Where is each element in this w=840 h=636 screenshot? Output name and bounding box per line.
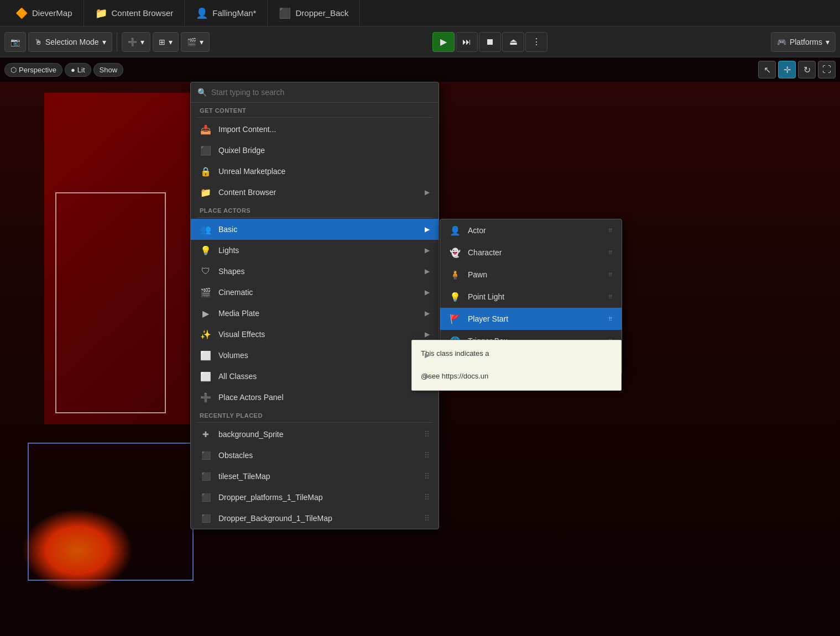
selection-icon: 🖱 [34, 38, 42, 46]
player-start-icon: 🚩 [449, 313, 461, 325]
actor-item[interactable]: 👤 Actor ⠿ [440, 219, 622, 241]
platforms-button[interactable]: 🎮 Platforms ▾ [771, 32, 836, 52]
show-button[interactable]: Show [93, 63, 124, 77]
actor-drag-handle: ⠿ [608, 228, 613, 234]
visual-effects-item[interactable]: ✨ Visual Effects ▶ [191, 324, 439, 345]
tooltip-box: This class indicates a @see https://docs… [411, 340, 622, 391]
player-start-label: Player Start [468, 314, 508, 323]
cinematic-button[interactable]: 🎬 ▾ [181, 32, 210, 52]
character-drag-handle: ⠿ [608, 250, 613, 256]
shapes-item[interactable]: 🛡 Shapes ▶ [191, 261, 439, 282]
add-icon: ➕ [128, 38, 137, 46]
cinematic-item[interactable]: 🎬 Cinematic ▶ [191, 282, 439, 303]
place-actors-panel-item[interactable]: ➕ Place Actors Panel [191, 387, 439, 408]
quixel-icon: ⬛ [200, 144, 212, 156]
basic-submenu: 👤 Actor ⠿ 👻 Character ⠿ 🧍 Pawn ⠿ [440, 219, 622, 375]
media-plate-icon: ▶ [200, 307, 212, 319]
dropper-background-label: Dropper_Background_1_TileMap [218, 514, 332, 523]
lit-label: Lit [77, 66, 85, 74]
dropper-platforms-item[interactable]: ⬛ Dropper_platforms_1_TileMap ⠿ [191, 487, 439, 508]
tab-falling-man-label: FallingMan* [212, 8, 256, 18]
volumes-item[interactable]: ⬜ Volumes ▶ [191, 345, 439, 366]
marketplace-icon: 🔒 [200, 165, 212, 177]
point-light-item[interactable]: 💡 Point Light ⠿ [440, 286, 622, 308]
search-box[interactable]: 🔍 [191, 82, 439, 103]
pawn-icon: 🧍 [449, 269, 461, 281]
step-button[interactable]: ⏭ [456, 32, 478, 52]
quixel-bridge-label: Quixel Bridge [218, 146, 265, 155]
shapes-label: Shapes [218, 267, 244, 276]
show-label: Show [100, 66, 118, 74]
place-actors-section-label: PLACE ACTORS [191, 203, 439, 216]
refresh-icon-button[interactable]: ↻ [798, 61, 816, 78]
dropper-background-icon: ⬛ [200, 512, 212, 524]
pawn-label: Pawn [468, 270, 487, 279]
lights-item[interactable]: 💡 Lights ▶ [191, 240, 439, 261]
import-content-item[interactable]: 📥 Import Content... [191, 119, 439, 140]
perspective-icon: ⬡ [11, 66, 17, 74]
obstacles-item[interactable]: ⬛ Obstacles ⠿ [191, 445, 439, 466]
background-sprite-item[interactable]: ✚ background_Sprite ⠿ [191, 424, 439, 445]
dropper-background-item[interactable]: ⬛ Dropper_Background_1_TileMap ⠿ [191, 508, 439, 529]
lights-icon: 💡 [200, 244, 212, 256]
all-classes-arrow: ▶ [425, 372, 430, 380]
point-light-label: Point Light [468, 292, 504, 301]
media-plate-arrow: ▶ [425, 309, 430, 317]
stop-button[interactable]: ⏹ [479, 32, 501, 52]
select-mode-icon-button[interactable]: ↖ [758, 61, 776, 78]
unreal-marketplace-label: Unreal Marketplace [218, 167, 285, 176]
pawn-item[interactable]: 🧍 Pawn ⠿ [440, 264, 622, 286]
grid-dropdown-icon: ▾ [169, 38, 173, 46]
perspective-button[interactable]: ⬡ Perspective [4, 63, 62, 77]
scene-white-box [55, 192, 166, 413]
all-classes-icon: ⬜ [200, 370, 212, 382]
obstacles-drag: ⠿ [424, 451, 430, 460]
add-actor-button[interactable]: ➕ ▾ [122, 32, 150, 52]
point-light-drag-handle: ⠿ [608, 294, 613, 300]
obstacles-icon: ⬛ [200, 449, 212, 461]
dropper-platforms-label: Dropper_platforms_1_TileMap [218, 493, 323, 502]
content-browser-menu-icon: 📁 [200, 186, 212, 198]
dropper-platforms-drag: ⠿ [424, 493, 430, 502]
tab-content-browser[interactable]: 📁 Content Browser [84, 0, 185, 27]
play-controls: ▶ ⏭ ⏹ ⏏ ⋮ [432, 32, 547, 52]
all-classes-item[interactable]: ⬜ All Classes ▶ [191, 366, 439, 387]
tab-diver-map-label: DieverMap [32, 8, 72, 18]
more-button[interactable]: ⋮ [525, 32, 547, 52]
lit-button[interactable]: ● Lit [65, 63, 91, 77]
transform-icon-button[interactable]: ✛ [778, 61, 796, 78]
basic-item[interactable]: 👥 Basic ▶ 👤 Actor ⠿ 👻 Character ⠿ [191, 219, 439, 240]
place-actors-panel-label: Place Actors Panel [218, 393, 284, 402]
import-icon: 📥 [200, 123, 212, 135]
tileset-tilemap-item[interactable]: ⬛ tileset_TileMap ⠿ [191, 466, 439, 487]
quixel-bridge-item[interactable]: ⬛ Quixel Bridge [191, 140, 439, 161]
tileset-tilemap-label: tileset_TileMap [218, 472, 270, 481]
grid-button[interactable]: ⊞ ▾ [153, 32, 179, 52]
viewport-options-button[interactable]: 📷 [4, 32, 26, 52]
selection-mode-button[interactable]: 🖱 Selection Mode ▾ [28, 32, 112, 52]
character-item[interactable]: 👻 Character ⠿ [440, 241, 622, 264]
dropper-back-icon: ⬛ [279, 7, 291, 19]
falling-man-icon: 👤 [196, 7, 208, 19]
tab-falling-man[interactable]: 👤 FallingMan* [185, 0, 268, 27]
content-browser-item[interactable]: 📁 Content Browser ▶ [191, 182, 439, 203]
actor-label: Actor [468, 226, 486, 235]
search-input[interactable] [211, 88, 432, 97]
eject-button[interactable]: ⏏ [502, 32, 524, 52]
separator-1 [117, 32, 117, 52]
search-icon: 🔍 [197, 88, 207, 97]
media-plate-item[interactable]: ▶ Media Plate ▶ [191, 303, 439, 324]
import-content-label: Import Content... [218, 125, 276, 134]
fullscreen-icon-button[interactable]: ⛶ [818, 61, 836, 78]
play-button[interactable]: ▶ [432, 32, 455, 52]
scene-fire [22, 509, 133, 592]
player-start-item[interactable]: 🚩 Player Start ⠿ [440, 308, 622, 330]
cinematic-menu-icon: 🎬 [200, 286, 212, 298]
recently-placed-section-label: RECENTLY PLACED [191, 408, 439, 421]
basic-label: Basic [218, 225, 237, 234]
divider-3 [197, 422, 432, 423]
unreal-marketplace-item[interactable]: 🔒 Unreal Marketplace [191, 161, 439, 182]
content-browser-menu-label: Content Browser [218, 188, 276, 197]
tab-diver-map[interactable]: 🔶 DieverMap [4, 0, 84, 27]
tab-dropper-back[interactable]: ⬛ Dropper_Back [268, 0, 360, 27]
